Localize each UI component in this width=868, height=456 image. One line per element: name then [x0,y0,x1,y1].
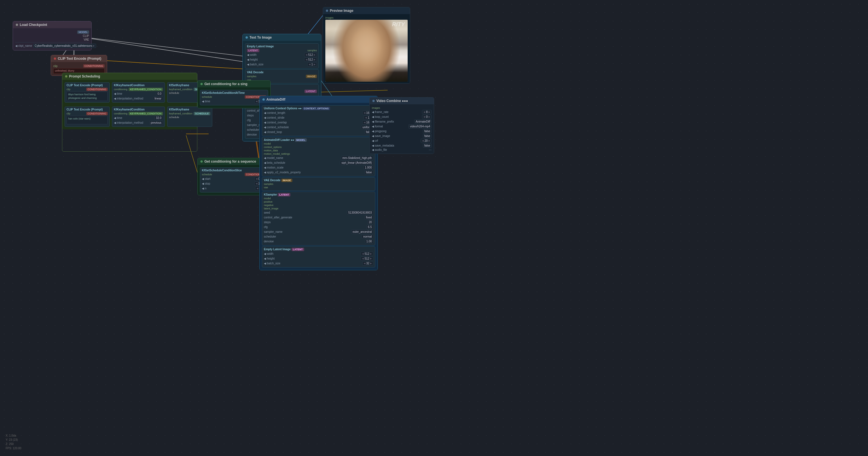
prompt-scheduling-node: Prompt Scheduling CLIP Text Encode (Prom… [62,73,197,152]
loader-motion-data-label: motion_data [264,149,278,152]
ad-el-height-text: 512 [365,257,369,260]
vc-audio-value[interactable] [429,150,432,151]
load-checkpoint-body: MODEL CLIP VAE ◀ ckpt_name CyberRealisti… [13,28,91,50]
kfk1-interp-label: ◀ interpolation_method [114,97,143,100]
ad-ks-steps-value[interactable]: 20 [367,220,373,224]
preview-image-body: images RITY [323,14,410,84]
kfset1-schedule-label: schedule [169,92,179,94]
width-label: ◀ width [247,53,256,56]
batch-label: ◀ batch_size [247,63,264,66]
ad-ks-scheduler-value[interactable]: normal [362,234,373,239]
ad-ks-control-value[interactable]: fixed [365,215,373,220]
vc-loopcount-label: ◀ loop_count [372,115,389,118]
clip1-header: CLIP Text Encode (Prompt) [66,84,108,87]
vc-metadata-value[interactable]: false [423,143,432,148]
header-dot [54,58,56,60]
kfset2-label: keyframed_condition [169,112,192,115]
kfkeyframed2-node: KfKeyframedCondition conditioning KEYFRA… [112,106,165,127]
ad-ks-cfg-value[interactable]: 6.5 [367,225,373,229]
vc-format-value[interactable]: video/h264-mp4 [408,124,432,129]
height-value[interactable]: ◀ 512 ▶ [304,58,317,62]
animatediff-loader-node: AnimateDiff Loader ●● MODEL model contex… [262,137,375,176]
preview-photo: RITY [325,20,408,82]
animatediff-header: AnimateDiff [260,96,377,103]
ctx-overlap-row: ◀ context_overlap ◀16▶ [264,120,373,125]
ctx-stride-row: ◀ context_stride ◀1▶ [264,116,373,120]
vc-loopcount-value[interactable]: ◀0▶ [422,115,432,119]
ad-el-batch-value[interactable]: ◀32▶ [362,261,373,265]
video-combine-body: images ◀ frame_rate ◀8▶ ◀ loop_count ◀0▶… [370,104,434,154]
clip2-text[interactable]: han solo (star wars) [66,116,108,124]
kfk1-time-row: ◀ time 0.0 [114,92,163,96]
kfk1-time-value[interactable]: 0.0 [156,92,163,96]
loader-v2-value[interactable]: false [365,170,373,174]
loader-beta-label: ◀ beta_schedule [264,161,285,164]
prompt-scheduling-body: CLIP Text Encode (Prompt) clip CONDITION… [62,80,197,129]
ad-ks-seed-value[interactable]: 513008041919003 [347,210,373,215]
ad-ks-denoise-value[interactable]: 1.00 [365,239,373,243]
vc-crf-text: 20 [425,139,428,142]
clip-output-row: CLIP [15,34,89,37]
animatediff-title: AnimateDiff [267,98,285,101]
kfk1-time-label: ◀ time [114,92,122,95]
loader-scale-value[interactable]: 1.000 [363,165,373,170]
clip1-text[interactable]: 8byo harrison ford being photogenic and … [66,92,108,101]
loader-name-value[interactable]: mm-Stabilized_high.pth [341,156,374,160]
ad-vae-samples-row: samples [264,183,373,186]
get-conditioning-single-title: Get conditioning for a sing [205,82,248,86]
width-row: ◀ width ◀ 512 ▶ [247,53,317,57]
model-badge: MODEL [77,30,89,34]
clip1-clip-label: clip [66,88,70,91]
kfset2-schedule-label: schedule [169,116,179,119]
vc-crf-value[interactable]: ◀20▶ [421,139,432,143]
animatediff-empty-latent-header: Empty Latent Image LATENT [264,248,373,251]
ctx-schedule-row: ◀ context_schedule uniform [264,125,373,129]
vc-images-label: images [372,106,380,109]
batch-value[interactable]: ◀ 1 ▶ [307,62,317,66]
vc-pingpong-value[interactable]: false [423,129,432,133]
vc-prefix-value[interactable]: AnimateDiff [414,120,432,124]
kfk2-time-value[interactable]: 32.0 [154,116,163,120]
ad-ks-seed-label: seed [264,211,270,214]
ckpt-name-value[interactable]: CyberRealistic_cyberrealistic_v31.safete… [33,44,96,48]
batch-text: 1 [311,63,313,66]
ad-el-batch-text: 32 [366,262,369,265]
header-dot [65,75,67,77]
loader-scale-row: ◀ motion_scale 1.000 [264,165,373,170]
ks-cfg-label: cfg [247,119,251,122]
ad-el-height-label: ◀ height [264,257,275,260]
latent-badge: LATENT [247,49,259,52]
clip2-header: CLIP Text Encode (Prompt) [66,108,108,111]
loader-model-row: model [264,142,373,145]
kfk2-interp-text: previous [151,121,161,124]
vc-save-value[interactable]: false [423,134,432,138]
ad-el-batch-label: ◀ batch_size [264,262,280,265]
prompt-scheduling-title: Prompt Scheduling [69,74,100,78]
loader-beta-value[interactable]: sqrt_linear (AnimateDiff) [340,161,373,165]
vc-framerate-value[interactable]: ◀8▶ [422,110,432,114]
ad-el-width-value[interactable]: ◀512▶ [361,252,373,256]
latent-port-row: LATENT samples [247,49,317,52]
ckpt-name-text: CyberRealistic_cyberrealistic_v31.safete… [35,44,92,47]
batch-row: ◀ batch_size ◀ 1 ▶ [247,62,317,66]
kfk2-interp-value[interactable]: previous [149,121,163,125]
ctx-loop-row: ◀ closed_loop false [264,130,373,134]
loader-ctx-row: context_options [264,146,373,149]
ad-ks-sampler-value[interactable]: euler_ancestral [351,230,373,234]
kfslice-n-row: ◀ n ◀ 30 ▶ [202,186,266,191]
ad-ks-latent: latent_image [264,207,279,210]
vc-crf-label: ◀ crf [372,139,378,142]
samples-label: samples [307,49,317,52]
width-value[interactable]: ◀ 512 ▶ [304,53,317,57]
vc-pingpong-text: false [424,130,430,133]
ad-el-height-value[interactable]: ◀512▶ [361,257,373,261]
stat-y: Y: 23 (23) [6,438,22,442]
kfslice-n-label: ◀ n [202,187,206,190]
kfk1-interp-value[interactable]: linear [153,96,163,101]
loader-beta-row: ◀ beta_schedule sqrt_linear (AnimateDiff… [264,161,373,165]
vae-decode-header: VAE Decode [247,71,317,74]
clip2-conditioning: CONDITIONING [86,112,108,115]
ad-ks-seed-text: 513008041919003 [348,211,372,214]
ckpt-arrow: ▶ [93,44,95,47]
ad-ks-steps-text: 20 [369,221,372,224]
